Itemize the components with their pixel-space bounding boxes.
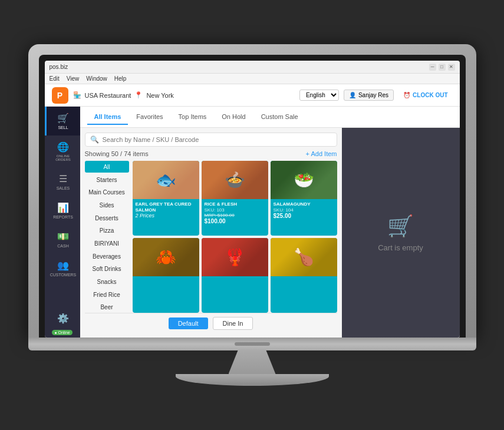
product-card-1[interactable]: 🍲 RICE & FLESH SKU: 103 MRP: $100.00 $10… xyxy=(202,161,268,236)
cash-icon: 💵 xyxy=(57,231,69,242)
product-mrp-1: MRP: $100.00 xyxy=(205,213,265,218)
search-icon: 🔍 xyxy=(90,135,99,144)
product-card-4[interactable]: 🦞 xyxy=(202,238,268,313)
location-name: New York xyxy=(146,92,173,99)
clock-out-button[interactable]: ⏰ CLOCK OUT xyxy=(398,90,452,100)
customers-icon: 👥 xyxy=(57,260,69,271)
products-left: 🔍 Showing 50 / 74 items + Add Item xyxy=(80,128,342,338)
user-button[interactable]: 👤 Sanjay Res xyxy=(344,90,394,101)
products-content: All Starters Main Courses Sides Desserts… xyxy=(85,161,337,313)
maximize-button[interactable]: □ xyxy=(439,64,446,71)
online-badge: ● Online xyxy=(52,330,72,335)
category-list: All Starters Main Courses Sides Desserts… xyxy=(85,161,129,313)
menu-view[interactable]: View xyxy=(67,75,80,82)
product-card-2[interactable]: 🥗 SALAMAGUNDY SKU: 104 $25.00 xyxy=(271,161,337,236)
products-section: 🔍 Showing 50 / 74 items + Add Item xyxy=(80,128,460,338)
bottom-bar: Default Dine In xyxy=(85,313,337,333)
sidebar-item-sales[interactable]: ☰ SALES xyxy=(45,167,80,196)
category-sides[interactable]: Sides xyxy=(85,199,129,211)
sidebar-label-sales: SALES xyxy=(57,186,70,190)
window-controls: ─ □ ✕ xyxy=(429,64,455,71)
product-info-5 xyxy=(271,276,337,281)
product-image-1: 🍲 xyxy=(202,161,268,199)
search-input[interactable] xyxy=(103,136,332,143)
food-img-3: 🦀 xyxy=(133,238,199,276)
clock-out-label: CLOCK OUT xyxy=(413,92,447,98)
sidebar-item-reports[interactable]: 📊 REPORTS xyxy=(45,196,80,225)
product-image-3: 🦀 xyxy=(133,238,199,276)
add-item-button[interactable]: + Add Item xyxy=(306,150,337,157)
search-bar: 🔍 xyxy=(85,133,337,147)
sidebar-item-online-orders[interactable]: 🌐 ONLINE ORDERS xyxy=(45,135,80,167)
category-starters[interactable]: Starters xyxy=(85,174,129,186)
stand-base xyxy=(176,374,329,386)
clock-icon: ⏰ xyxy=(403,92,410,98)
category-desserts[interactable]: Desserts xyxy=(85,212,129,224)
product-card-0[interactable]: 🐟 EARL GREY TEA CURED SALMON 2 Prices xyxy=(133,161,199,236)
top-bar: P 🏪 USA Restaurant 📍 New York English xyxy=(45,84,460,107)
tab-custom-sale[interactable]: Custom Sale xyxy=(254,110,305,125)
tab-top-items[interactable]: Top Items xyxy=(172,110,214,125)
tab-on-hold[interactable]: On Hold xyxy=(215,110,252,125)
restaurant-name: USA Restaurant xyxy=(85,92,131,99)
category-snacks[interactable]: Snacks xyxy=(85,276,129,287)
menu-help[interactable]: Help xyxy=(114,75,127,82)
globe-icon: 🌐 xyxy=(57,141,69,153)
category-pizza[interactable]: Pizza xyxy=(85,224,129,236)
product-card-5[interactable]: 🍗 xyxy=(271,238,337,313)
sidebar-label-customers: CUSTOMERS xyxy=(50,273,77,277)
window-chrome: pos.biz ─ □ ✕ xyxy=(45,61,460,74)
sidebar-label-cash: CASH xyxy=(57,244,68,248)
category-fried-rice[interactable]: Fried Rice xyxy=(85,289,129,300)
product-name-1: RICE & FLESH xyxy=(205,201,265,207)
product-info-3 xyxy=(133,276,199,281)
product-image-4: 🦞 xyxy=(202,238,268,276)
product-prices-label-0: 2 Prices xyxy=(136,213,196,219)
settings-icon: ⚙️ xyxy=(57,313,69,324)
default-button[interactable]: Default xyxy=(169,317,208,329)
category-main-courses[interactable]: Main Courses xyxy=(85,186,129,198)
product-sku-1: SKU: 103 xyxy=(205,207,265,213)
app-container: P 🏪 USA Restaurant 📍 New York English xyxy=(45,84,460,338)
sidebar-label-online: ONLINE ORDERS xyxy=(49,154,78,161)
stand-neck xyxy=(229,350,276,374)
category-soft-drinks[interactable]: Soft Drinks xyxy=(85,263,129,274)
product-sku-2: SKU: 104 xyxy=(274,207,334,213)
product-name-2: SALAMAGUNDY xyxy=(274,201,334,207)
sidebar-item-sell[interactable]: 🛒 SELL xyxy=(45,107,80,135)
sidebar-bottom: ⚙️ ● Online xyxy=(52,307,72,338)
sidebar-item-settings[interactable]: ⚙️ xyxy=(52,307,72,330)
reports-icon: 📊 xyxy=(57,202,69,213)
food-img-2: 🥗 xyxy=(271,161,337,199)
food-img-0: 🐟 xyxy=(133,161,199,199)
screen: pos.biz ─ □ ✕ Edit View Window Help xyxy=(45,61,460,338)
category-biriyani[interactable]: BIRIYANI xyxy=(85,237,129,249)
dine-in-button[interactable]: Dine In xyxy=(213,317,253,330)
category-beverages[interactable]: Beverages xyxy=(85,250,129,262)
monitor-screen-outer: pos.biz ─ □ ✕ Edit View Window Help xyxy=(28,44,476,338)
menu-edit[interactable]: Edit xyxy=(50,75,60,82)
product-image-5: 🍗 xyxy=(271,238,337,276)
language-select[interactable]: English xyxy=(299,90,339,101)
menu-bar: Edit View Window Help xyxy=(45,74,460,84)
minimize-button[interactable]: ─ xyxy=(429,64,436,71)
cart-empty-text: Cart is empty xyxy=(378,243,423,252)
product-card-3[interactable]: 🦀 xyxy=(133,238,199,313)
category-all[interactable]: All xyxy=(85,161,129,173)
window-title: pos.biz xyxy=(50,64,429,70)
cart-empty-icon: 🛒 xyxy=(387,214,414,239)
category-beer[interactable]: Beer xyxy=(85,301,129,313)
sidebar-item-cash[interactable]: 💵 CASH xyxy=(45,225,80,254)
location-icon: 📍 xyxy=(134,91,143,99)
sidebar-label-reports: REPORTS xyxy=(53,215,73,219)
content-area: All Items Favorites Top Items On Hold Cu… xyxy=(80,107,460,338)
user-icon: 👤 xyxy=(349,92,356,98)
tab-favorites[interactable]: Favorites xyxy=(129,110,170,125)
tab-all-items[interactable]: All Items xyxy=(87,110,129,125)
product-price-1: $100.00 xyxy=(205,218,265,224)
main-layout: 🛒 SELL 🌐 ONLINE ORDERS ☰ SALES xyxy=(45,107,460,338)
menu-window[interactable]: Window xyxy=(86,75,107,82)
sidebar-item-customers[interactable]: 👥 CUSTOMERS xyxy=(45,254,80,283)
close-button[interactable]: ✕ xyxy=(448,64,455,71)
top-bar-right: English 👤 Sanjay Res ⏰ CLOCK OUT xyxy=(299,90,453,101)
